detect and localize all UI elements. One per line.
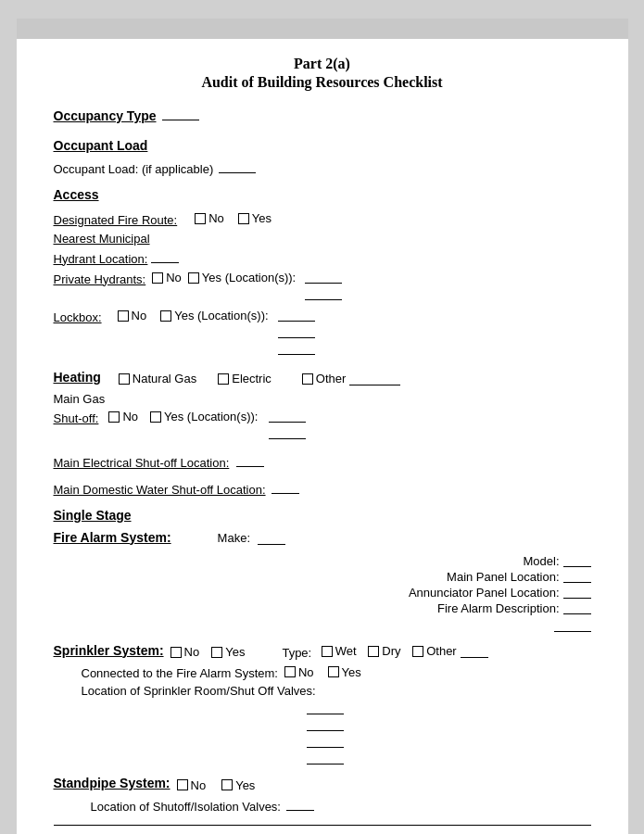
lockbox-yes-label: Yes (Location(s)): bbox=[174, 309, 268, 322]
electric-checkbox[interactable] bbox=[218, 373, 229, 385]
make-label: Make: bbox=[218, 531, 250, 545]
standpipe-yes-checkbox[interactable] bbox=[221, 779, 233, 790]
standpipe-location-blank[interactable] bbox=[286, 798, 314, 811]
connected-no-checkbox[interactable] bbox=[284, 666, 296, 677]
heating-label: Heating bbox=[54, 370, 101, 385]
fire-route-label: Designated Fire Route: bbox=[54, 213, 178, 227]
hydrant-blank[interactable] bbox=[151, 250, 179, 263]
lockbox-blank3[interactable] bbox=[278, 342, 315, 355]
water-label: Main Domestic Water Shut-off Location: bbox=[54, 483, 266, 497]
lockbox-blank1[interactable] bbox=[278, 309, 315, 322]
private-no-label: No bbox=[166, 271, 182, 284]
make-blank[interactable] bbox=[258, 532, 285, 545]
lockbox-no-label: No bbox=[132, 309, 147, 322]
sprinkler-label: Sprinkler System: bbox=[54, 643, 164, 658]
private-no-checkbox[interactable] bbox=[152, 272, 163, 284]
sprinkler-wet-checkbox[interactable] bbox=[322, 646, 333, 657]
main-panel-blank[interactable] bbox=[563, 570, 591, 583]
fire-alarm-extra-blank[interactable] bbox=[554, 619, 591, 632]
private-blank2[interactable] bbox=[305, 287, 342, 300]
connected-yes-label: Yes bbox=[342, 665, 361, 679]
occupancy-type-label: Occupancy Type bbox=[54, 108, 157, 123]
shut-off-yes-checkbox[interactable] bbox=[150, 411, 161, 423]
annunciator-label: Annunciator Panel Location: bbox=[409, 586, 560, 600]
sprinkler-location-blank3[interactable] bbox=[307, 735, 344, 748]
other-checkbox[interactable] bbox=[302, 373, 313, 385]
sprinkler-type-label: Type: bbox=[282, 646, 311, 660]
standpipe-no-checkbox[interactable] bbox=[177, 779, 188, 790]
shut-off-yes-label: Yes (Location(s)): bbox=[164, 410, 258, 423]
sprinkler-yes-checkbox[interactable] bbox=[211, 647, 222, 658]
fire-alarm-stage-label: Single Stage bbox=[54, 508, 132, 523]
sprinkler-location-blank1[interactable] bbox=[307, 701, 344, 714]
description-blank[interactable] bbox=[563, 601, 591, 614]
sprinkler-yes-label: Yes bbox=[225, 645, 245, 659]
annunciator-blank[interactable] bbox=[563, 586, 591, 599]
sprinkler-no-checkbox[interactable] bbox=[170, 647, 182, 658]
bottom-divider bbox=[54, 825, 591, 826]
occupant-load-blank[interactable] bbox=[219, 160, 256, 173]
occupancy-type-blank[interactable] bbox=[162, 107, 199, 120]
private-blank1[interactable] bbox=[305, 271, 342, 284]
electric-label: Electric bbox=[232, 372, 271, 385]
electrical-label: Main Electrical Shut-off Location: bbox=[54, 456, 230, 470]
natural-gas-label: Natural Gas bbox=[133, 372, 196, 385]
connected-label: Connected to the Fire Alarm System: bbox=[82, 666, 278, 680]
hydrant-label: Nearest Municipal bbox=[54, 232, 150, 246]
shut-off-no-label: No bbox=[122, 410, 138, 423]
shut-off-blank1[interactable] bbox=[269, 410, 306, 423]
description-label: Fire Alarm Description: bbox=[437, 601, 559, 615]
other-label: Other bbox=[316, 372, 347, 385]
shut-off-blank2[interactable] bbox=[269, 426, 306, 439]
fire-route-yes-checkbox[interactable] bbox=[238, 213, 249, 224]
natural-gas-checkbox[interactable] bbox=[119, 373, 130, 385]
connected-yes-checkbox[interactable] bbox=[328, 666, 339, 677]
model-blank[interactable] bbox=[563, 554, 591, 567]
access-label: Access bbox=[54, 187, 99, 202]
main-gas-label: Main Gas bbox=[54, 392, 106, 406]
private-yes-checkbox[interactable] bbox=[188, 272, 199, 284]
standpipe-location-label: Location of Shutoff/Isolation Valves: bbox=[91, 800, 282, 814]
sprinkler-location-label: Location of Sprinkler Room/Shut Off Valv… bbox=[82, 684, 316, 698]
standpipe-label: Standpipe System: bbox=[54, 776, 170, 790]
connected-no-label: No bbox=[298, 665, 314, 679]
shut-off-no-checkbox[interactable] bbox=[108, 411, 120, 423]
sprinkler-other-checkbox[interactable] bbox=[412, 646, 423, 657]
sprinkler-location-blank4[interactable] bbox=[307, 752, 344, 764]
sprinkler-no-label: No bbox=[184, 645, 200, 659]
private-hydrants-label: Private Hydrants: bbox=[54, 272, 146, 286]
lockbox-blank2[interactable] bbox=[278, 325, 315, 338]
sprinkler-dry-label: Dry bbox=[382, 644, 400, 658]
part-subtitle: Audit of Building Resources Checklist bbox=[54, 74, 591, 91]
sprinkler-dry-checkbox[interactable] bbox=[368, 646, 379, 657]
private-yes-label: Yes (Location(s)): bbox=[202, 271, 296, 284]
lockbox-yes-checkbox[interactable] bbox=[160, 310, 171, 322]
part-title: Part 2(a) bbox=[54, 56, 591, 72]
shut-off-label: Shut-off: bbox=[54, 411, 99, 425]
standpipe-no-label: No bbox=[191, 778, 207, 792]
sprinkler-location-blank2[interactable] bbox=[307, 718, 344, 731]
lockbox-no-checkbox[interactable] bbox=[118, 310, 129, 322]
header-bar bbox=[17, 19, 628, 39]
fire-alarm-system-label: Fire Alarm System: bbox=[54, 530, 171, 545]
hydrant-sub-label: Hydrant Location: bbox=[54, 252, 148, 266]
sprinkler-other-label: Other bbox=[426, 644, 457, 658]
model-label: Model: bbox=[523, 554, 559, 568]
fire-route-no-label: No bbox=[208, 211, 224, 225]
sprinkler-wet-label: Wet bbox=[335, 644, 357, 658]
fire-route-no-checkbox[interactable] bbox=[195, 213, 206, 224]
occupant-load-sub-label: Occupant Load: (if applicable) bbox=[54, 162, 214, 176]
water-blank[interactable] bbox=[271, 481, 299, 494]
sprinkler-other-blank[interactable] bbox=[461, 645, 488, 658]
electrical-blank[interactable] bbox=[236, 454, 264, 467]
main-panel-label: Main Panel Location: bbox=[447, 570, 559, 584]
occupant-load-label: Occupant Load bbox=[54, 138, 148, 153]
fire-route-yes-label: Yes bbox=[252, 211, 271, 225]
standpipe-yes-label: Yes bbox=[235, 778, 255, 792]
other-blank[interactable] bbox=[349, 373, 400, 385]
lockbox-label: Lockbox: bbox=[54, 310, 102, 324]
